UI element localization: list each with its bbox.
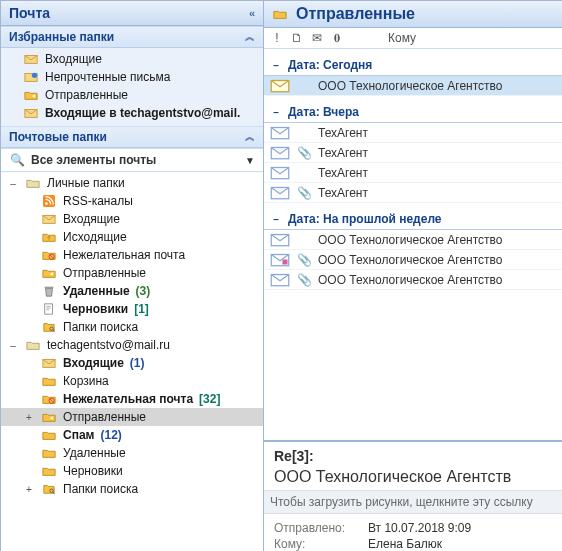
inbox-icon	[23, 52, 39, 66]
message-row[interactable]: 📎ООО Технологическое Агентство	[264, 270, 562, 290]
sent-icon	[41, 266, 57, 280]
collapse-toggle[interactable]: –	[270, 107, 282, 118]
mail-icon	[270, 232, 290, 247]
favorite-item[interactable]: Отправленные	[1, 86, 263, 104]
collapse-icon[interactable]: «	[249, 7, 255, 19]
tree-item[interactable]: Исходящие	[1, 228, 263, 246]
expand-toggle[interactable]: +	[23, 484, 35, 495]
message-row[interactable]: ТехАгент	[264, 123, 562, 143]
expand-toggle[interactable]: –	[7, 178, 19, 189]
chevron-up-icon[interactable]: ︽	[245, 130, 255, 144]
sent-value: Вт 10.07.2018 9:09	[368, 521, 471, 535]
blocked-images-bar[interactable]: Чтобы загрузить рисунки, щелкните эту сс…	[264, 490, 562, 514]
tree-label: Исходящие	[63, 230, 127, 244]
tree-item[interactable]: Нежелательная почта [32]	[1, 390, 263, 408]
folder-icon	[41, 374, 57, 388]
preview-from: ООО Технологическое Агентств	[274, 468, 553, 486]
favorite-item[interactable]: Входящие	[1, 50, 263, 68]
to-field: Кому: Елена Балюк	[274, 536, 553, 551]
svg-point-5	[45, 202, 48, 205]
chevron-up-icon[interactable]: ︽	[245, 30, 255, 44]
pst-icon	[25, 338, 41, 352]
tree-item[interactable]: +Отправленные	[1, 408, 263, 426]
tree-item[interactable]: Удаленные	[1, 444, 263, 462]
message-row[interactable]: 📎ТехАгент	[264, 143, 562, 163]
importance-icon[interactable]: !	[270, 31, 284, 45]
tree-item[interactable]: Черновики [1]	[1, 300, 263, 318]
folder-tree: –Личные папкиRSS-каналыВходящиеИсходящие…	[1, 172, 263, 551]
group-label: Дата: На прошлой неделе	[288, 212, 442, 226]
message-row[interactable]: ТехАгент	[264, 163, 562, 183]
favorite-item[interactable]: Непрочтенные письма	[1, 68, 263, 86]
mail-folders-header[interactable]: Почтовые папки ︽	[1, 126, 263, 148]
collapse-toggle[interactable]: –	[270, 214, 282, 225]
item-count: [1]	[134, 302, 149, 316]
pst-icon	[25, 176, 41, 190]
tree-label: Папки поиска	[63, 482, 138, 496]
tree-item[interactable]: –Личные папки	[1, 174, 263, 192]
folder-icon	[41, 446, 57, 460]
message-row[interactable]: ООО Технологическое Агентство	[264, 76, 562, 96]
group-label: Дата: Сегодня	[288, 58, 372, 72]
item-count: (12)	[100, 428, 121, 442]
list-title: Отправленные	[296, 5, 415, 23]
reminder-icon[interactable]: 🗋	[290, 31, 304, 45]
message-row[interactable]: 📎ТехАгент	[264, 183, 562, 203]
favorites-header[interactable]: Избранные папки ︽	[1, 26, 263, 48]
group-header[interactable]: –Дата: На прошлой неделе	[264, 209, 562, 230]
favorite-item[interactable]: Входящие в techagentstvo@mail.	[1, 104, 263, 122]
tree-label: Отправленные	[63, 266, 146, 280]
tree-item[interactable]: Спам (12)	[1, 426, 263, 444]
tree-label: Черновики	[63, 302, 128, 316]
message-to: ТехАгент	[318, 166, 557, 180]
tree-item[interactable]: –techagentstvo@mail.ru	[1, 336, 263, 354]
all-mail-items-dropdown[interactable]: 🔍 Все элементы почты ▼	[1, 148, 263, 172]
list-column-header[interactable]: ! 🗋 ✉ 𝟎 Кому	[264, 28, 562, 49]
inbox-icon	[23, 106, 39, 120]
tree-item[interactable]: +Папки поиска	[1, 480, 263, 498]
group-label: Дата: Вчера	[288, 105, 359, 119]
collapse-toggle[interactable]: –	[270, 60, 282, 71]
folder-icon	[41, 464, 57, 478]
tree-item[interactable]: Нежелательная почта	[1, 246, 263, 264]
tree-item[interactable]: Корзина	[1, 372, 263, 390]
tree-label: Удаленные	[63, 284, 130, 298]
sent-folder-icon	[272, 7, 288, 21]
expand-toggle[interactable]: –	[7, 340, 19, 351]
message-row[interactable]: ООО Технологическое Агентство	[264, 230, 562, 250]
attachment-col-icon[interactable]: 𝟎	[330, 31, 344, 45]
tree-item[interactable]: RSS-каналы	[1, 192, 263, 210]
tree-item[interactable]: Удаленные (3)	[1, 282, 263, 300]
group-header[interactable]: –Дата: Сегодня	[264, 55, 562, 76]
preview-subject: Re[3]:	[274, 448, 553, 464]
mail-pane-header[interactable]: Почта «	[1, 1, 263, 26]
icon-col[interactable]: ✉	[310, 31, 324, 45]
svg-point-2	[32, 73, 37, 78]
tree-label: Личные папки	[47, 176, 125, 190]
message-to: ООО Технологическое Агентство	[318, 253, 557, 267]
tree-label: Черновики	[63, 464, 123, 478]
expand-toggle[interactable]: +	[23, 412, 35, 423]
message-to: ТехАгент	[318, 186, 557, 200]
tree-item[interactable]: Входящие (1)	[1, 354, 263, 372]
svg-rect-8	[45, 287, 54, 289]
folder-icon	[41, 428, 57, 442]
tree-label: RSS-каналы	[63, 194, 133, 208]
mail-icon	[270, 165, 290, 180]
tree-label: Входящие	[63, 212, 120, 226]
search-icon: 🔍	[9, 153, 25, 167]
tree-item[interactable]: Отправленные	[1, 264, 263, 282]
drafts-icon	[41, 302, 57, 316]
tree-item[interactable]: Черновики	[1, 462, 263, 480]
mail-icon	[270, 272, 290, 287]
mail-icon	[270, 185, 290, 200]
message-row[interactable]: 📎ООО Технологическое Агентство	[264, 250, 562, 270]
tree-item[interactable]: Входящие	[1, 210, 263, 228]
tree-item[interactable]: Папки поиска	[1, 318, 263, 336]
to-column-label[interactable]: Кому	[350, 31, 416, 45]
unread-icon	[23, 70, 39, 84]
tree-label: Входящие	[63, 356, 124, 370]
junk-icon	[41, 392, 57, 406]
group-header[interactable]: –Дата: Вчера	[264, 102, 562, 123]
mail-icon	[270, 145, 290, 160]
